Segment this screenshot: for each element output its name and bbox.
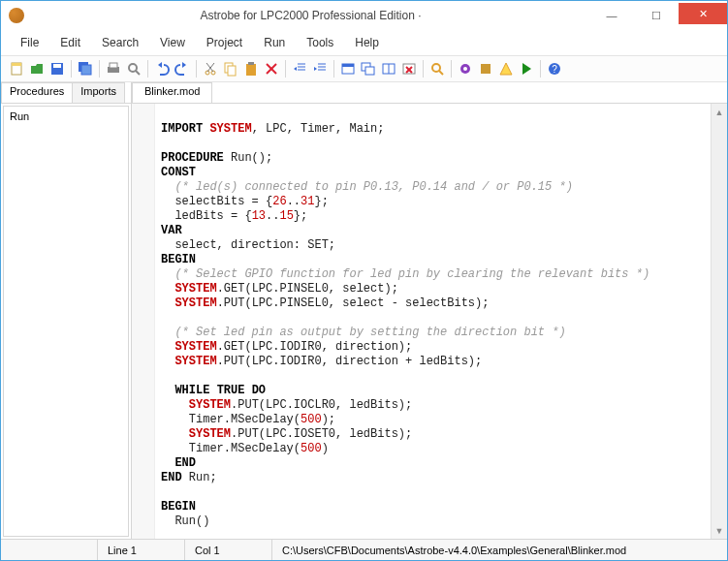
editor-tab[interactable]: Blinker.mod <box>132 82 212 103</box>
svg-rect-1 <box>12 63 21 66</box>
app-icon <box>9 8 24 23</box>
menu-search[interactable]: Search <box>92 34 148 51</box>
svg-rect-5 <box>81 65 91 75</box>
svg-rect-16 <box>246 64 256 76</box>
window-title: Astrobe for LPC2000 Professional Edition… <box>32 9 589 22</box>
delete-icon[interactable] <box>262 59 281 78</box>
scroll-down-icon[interactable]: ▼ <box>712 522 727 539</box>
editor-tabs: Blinker.mod <box>132 82 727 104</box>
svg-rect-39 <box>481 64 491 74</box>
build-icon[interactable] <box>476 59 495 78</box>
status-path: C:\Users\CFB\Documents\Astrobe-v4.4.0\Ex… <box>272 540 727 560</box>
save-icon[interactable] <box>47 59 67 78</box>
menu-project[interactable]: Project <box>197 34 252 51</box>
scroll-up-icon[interactable]: ▲ <box>712 104 727 120</box>
code-area[interactable]: IMPORT SYSTEM, LPC, Timer, Main; PROCEDU… <box>155 104 711 539</box>
editor-panel: Blinker.mod IMPORT SYSTEM, LPC, Timer, M… <box>132 82 727 539</box>
menu-view[interactable]: View <box>150 34 195 51</box>
saveall-icon[interactable] <box>76 59 95 78</box>
windowx-icon[interactable] <box>399 59 419 78</box>
window-buttons: — ☐ ✕ <box>589 3 727 28</box>
indent-icon[interactable] <box>310 59 330 78</box>
titlebar: Astrobe for LPC2000 Professional Edition… <box>1 1 727 30</box>
toolbar: ? <box>1 55 727 82</box>
window2-icon[interactable] <box>359 59 378 78</box>
status-line: Line 1 <box>98 540 185 560</box>
status-col: Col 1 <box>185 540 272 560</box>
open-icon[interactable] <box>27 59 47 78</box>
side-tabs: Procedures Imports <box>1 82 131 104</box>
statusbar: Line 1 Col 1 C:\Users\CFB\Documents\Astr… <box>1 539 727 560</box>
maximize-button[interactable]: ☐ <box>634 3 679 28</box>
copy-icon[interactable] <box>221 59 240 78</box>
gutter <box>132 104 155 539</box>
status-blank <box>1 540 98 560</box>
menubar: File Edit Search View Project Run Tools … <box>1 30 727 55</box>
play-icon[interactable] <box>517 59 536 78</box>
svg-rect-17 <box>248 62 254 65</box>
window1-icon[interactable] <box>338 59 358 78</box>
window3-icon[interactable] <box>379 59 398 78</box>
tab-procedures[interactable]: Procedures <box>1 82 73 103</box>
svg-line-9 <box>136 71 140 75</box>
menu-file[interactable]: File <box>11 34 48 51</box>
print-icon[interactable] <box>104 59 123 78</box>
svg-line-36 <box>439 71 443 75</box>
menu-help[interactable]: Help <box>345 34 389 51</box>
menu-tools[interactable]: Tools <box>297 34 343 51</box>
svg-rect-7 <box>110 63 117 68</box>
svg-rect-15 <box>228 66 236 76</box>
menu-run[interactable]: Run <box>254 34 295 51</box>
minimize-button[interactable]: — <box>589 3 634 28</box>
svg-rect-3 <box>53 64 61 68</box>
tab-imports[interactable]: Imports <box>72 82 125 103</box>
svg-text:?: ? <box>552 64 557 75</box>
svg-point-8 <box>129 64 137 72</box>
svg-point-35 <box>432 64 440 72</box>
redo-icon[interactable] <box>173 59 192 78</box>
paste-icon[interactable] <box>241 59 261 78</box>
svg-point-38 <box>463 67 467 71</box>
editor: IMPORT SYSTEM, LPC, Timer, Main; PROCEDU… <box>132 104 727 539</box>
help-icon[interactable]: ? <box>545 59 564 78</box>
svg-rect-29 <box>365 67 374 75</box>
find-icon[interactable] <box>427 59 447 78</box>
procedures-list[interactable]: Run <box>3 106 129 537</box>
list-item[interactable]: Run <box>10 110 122 122</box>
svg-rect-27 <box>342 64 354 67</box>
workarea: Procedures Imports Run Blinker.mod IMPOR… <box>1 82 727 539</box>
vertical-scrollbar[interactable]: ▲ ▼ <box>711 104 727 539</box>
side-panel: Procedures Imports Run <box>1 82 132 539</box>
preview-icon[interactable] <box>124 59 143 78</box>
undo-icon[interactable] <box>152 59 172 78</box>
menu-edit[interactable]: Edit <box>50 34 90 51</box>
warn-icon[interactable] <box>496 59 516 78</box>
outdent-icon[interactable] <box>290 59 309 78</box>
close-button[interactable]: ✕ <box>679 3 727 24</box>
gear-icon[interactable] <box>456 59 475 78</box>
cut-icon[interactable] <box>201 59 220 78</box>
new-icon[interactable] <box>7 59 26 78</box>
